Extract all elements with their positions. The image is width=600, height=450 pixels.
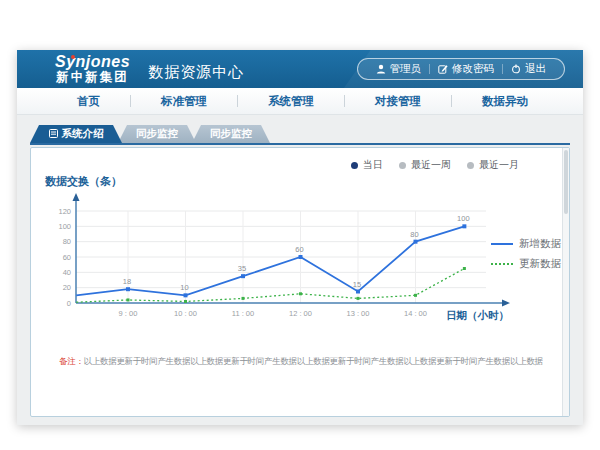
- scrollbar-thumb[interactable]: [564, 150, 568, 214]
- footnote-text: 以上数据更新于时间产生数据以上数据更新于时间产生数据以上数据更新于时间产生数据以…: [84, 356, 543, 366]
- svg-text:100: 100: [457, 214, 470, 223]
- header: Synjones 新中新集团 数据资源中心 管理员 修改密码: [17, 50, 583, 88]
- radio-icon: [399, 162, 406, 169]
- svg-text:0: 0: [67, 299, 71, 308]
- edit-icon: [438, 64, 448, 74]
- chart-panel: 当日 最近一周 最近一月 数据交换（条） 0204060801001209 : …: [30, 147, 570, 417]
- nav-item-data-change[interactable]: 数据异动: [452, 94, 558, 109]
- footnote: 备注：以上数据更新于时间产生数据以上数据更新于时间产生数据以上数据更新于时间产生…: [59, 356, 543, 368]
- nav-item-system-mgmt[interactable]: 系统管理: [238, 94, 344, 109]
- filter-today[interactable]: 当日: [351, 158, 383, 172]
- time-range-filter: 当日 最近一周 最近一月: [351, 158, 519, 172]
- svg-text:15: 15: [353, 280, 361, 289]
- blue-line-swatch: [491, 243, 513, 245]
- svg-text:12 : 00: 12 : 00: [289, 309, 312, 318]
- logo-text-cn: 新中新集团: [55, 71, 130, 84]
- svg-text:13 : 00: 13 : 00: [347, 309, 370, 318]
- nav-item-home[interactable]: 首页: [47, 94, 130, 109]
- main-nav: 首页 标准管理 系统管理 对接管理 数据异动: [17, 88, 583, 115]
- logo-accent-dot: [71, 55, 75, 59]
- tab-sync-monitor-2[interactable]: 同步监控: [192, 125, 270, 143]
- svg-text:10 : 00: 10 : 00: [174, 309, 197, 318]
- tab-sync-monitor-1[interactable]: 同步监控: [118, 125, 196, 143]
- footnote-prefix: 备注：: [59, 356, 84, 366]
- content-area: 系统介绍 同步监控 同步监控 当日 最近一周: [17, 115, 583, 425]
- svg-text:14 : 00: 14 : 00: [404, 309, 427, 318]
- svg-text:80: 80: [410, 230, 418, 239]
- svg-text:11 : 00: 11 : 00: [232, 309, 254, 318]
- company-logo: Synjones 新中新集团: [55, 54, 130, 84]
- svg-text:60: 60: [63, 253, 71, 262]
- document-icon: [49, 128, 58, 140]
- filter-last-week[interactable]: 最近一周: [399, 158, 451, 172]
- svg-text:日期（小时）: 日期（小时）: [446, 309, 509, 322]
- svg-text:40: 40: [63, 268, 71, 277]
- svg-text:100: 100: [58, 222, 71, 231]
- logout-button[interactable]: 退出: [503, 62, 554, 76]
- svg-text:120: 120: [58, 207, 71, 216]
- radio-selected-icon: [351, 162, 358, 169]
- svg-text:60: 60: [295, 245, 303, 254]
- logo-text-en: Synjones: [55, 54, 130, 71]
- svg-text:9 : 00: 9 : 00: [119, 309, 138, 318]
- user-icon: [376, 64, 386, 74]
- chart-container: 0204060801001209 : 0010 : 0011 : 0012 : …: [56, 191, 536, 339]
- filter-last-month[interactable]: 最近一月: [467, 158, 519, 172]
- nav-item-standard-mgmt[interactable]: 标准管理: [131, 94, 237, 109]
- svg-text:10: 10: [180, 283, 188, 292]
- line-chart: 0204060801001209 : 0010 : 0011 : 0012 : …: [56, 191, 536, 339]
- app-window: Synjones 新中新集团 数据资源中心 管理员 修改密码: [17, 50, 583, 425]
- tab-system-intro[interactable]: 系统介绍: [30, 125, 122, 143]
- nav-item-interface-mgmt[interactable]: 对接管理: [345, 94, 451, 109]
- panel-scrollbar[interactable]: [562, 148, 569, 416]
- y-axis-title: 数据交换（条）: [45, 174, 122, 189]
- svg-text:18: 18: [123, 277, 131, 286]
- green-dotted-swatch: [491, 263, 513, 265]
- radio-icon: [467, 162, 474, 169]
- tab-bar: 系统介绍 同步监控 同步监控: [30, 127, 570, 145]
- svg-text:35: 35: [238, 264, 246, 273]
- user-menu: 管理员 修改密码 退出: [357, 58, 566, 80]
- svg-text:80: 80: [63, 237, 71, 246]
- change-password-button[interactable]: 修改密码: [430, 62, 502, 76]
- admin-user-button[interactable]: 管理员: [368, 62, 430, 76]
- page-title: 数据资源中心: [148, 63, 244, 82]
- power-icon: [511, 64, 521, 74]
- svg-text:20: 20: [63, 283, 71, 292]
